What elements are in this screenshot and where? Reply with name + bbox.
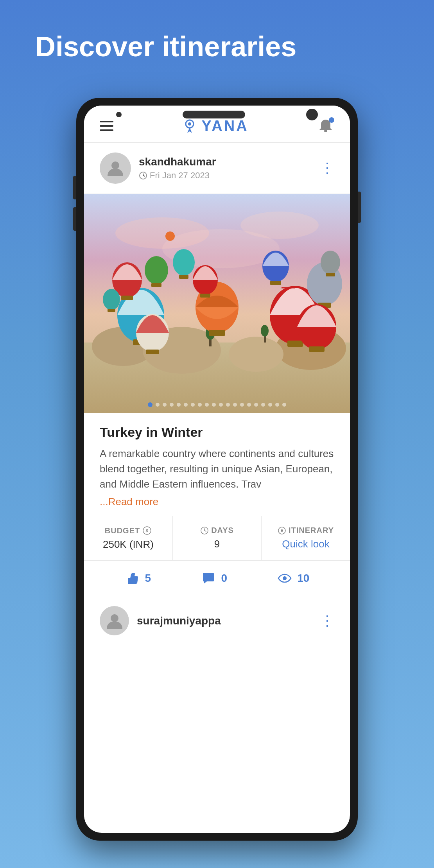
post-image [84,194,350,413]
budget-value: 250K (INR) [103,538,154,551]
dot-12 [226,403,230,407]
next-avatar [100,606,129,635]
svg-point-42 [103,289,120,310]
clock-stat-icon [200,526,209,535]
next-avatar-icon [105,611,124,631]
comment-icon [201,570,216,586]
next-more-options[interactable]: ⋮ [320,613,334,629]
svg-point-31 [145,256,168,284]
like-button[interactable]: 5 [125,570,151,586]
dot-2 [156,403,160,407]
svg-rect-47 [309,346,325,352]
svg-point-54 [111,614,118,622]
thumbs-up-icon [125,570,140,586]
svg-point-53 [283,576,287,580]
svg-rect-39 [200,294,210,298]
comment-button[interactable]: 0 [201,570,227,586]
post-description: A remarkable country where continents an… [100,446,334,492]
itinerary-label: ITINERARY [278,526,334,535]
money-icon: $ [142,526,152,535]
page-title: Discover itineraries [0,0,434,86]
dot-4 [170,403,174,407]
dot-5 [177,403,181,407]
image-carousel-dots [148,402,286,407]
itinerary-stat: ITINERARY Quick look [262,516,350,560]
views-count: 10 [297,572,309,585]
clock-icon [139,171,147,180]
likes-count: 5 [145,572,151,585]
notification-badge [329,117,334,123]
svg-point-33 [173,249,195,276]
post-title: Turkey in Winter [100,425,334,440]
sensor [306,109,318,120]
dot-9 [205,403,209,407]
dot-3 [163,403,167,407]
next-username: surajmuniyappa [137,615,221,627]
svg-rect-24 [287,341,303,347]
user-info: skandhakumar Fri Jan 27 2023 [100,152,216,184]
itinerary-quick-look[interactable]: Quick look [282,538,329,550]
budget-label: BUDGET $ [105,526,152,535]
speaker [183,111,245,118]
dot-10 [212,403,216,407]
stats-bar: BUDGET $ 250K (INR) DAYS [84,516,350,561]
post-header: skandhakumar Fri Jan 27 2023 ⋮ [84,143,350,194]
dot-18 [268,403,272,407]
dot-14 [240,403,244,407]
volume-up-button [73,176,76,199]
read-more-button[interactable]: ...Read more [100,496,158,508]
svg-rect-43 [108,309,115,312]
svg-rect-32 [151,283,161,287]
post-date: Fri Jan 27 2023 [139,170,216,181]
svg-point-40 [321,251,340,274]
power-button [358,192,361,223]
days-label: DAYS [200,526,234,535]
svg-rect-36 [270,281,281,285]
username: skandhakumar [139,156,216,168]
dot-6 [184,403,188,407]
svg-rect-34 [179,275,188,279]
dot-15 [247,403,251,407]
user-details: skandhakumar Fri Jan 27 2023 [139,156,216,181]
svg-text:$: $ [146,528,149,533]
svg-point-52 [281,529,283,532]
dot-20 [282,403,286,407]
next-post-preview: surajmuniyappa ⋮ [84,596,350,645]
date-text: Fri Jan 27 2023 [150,170,210,181]
engagement-bar: 5 0 10 [84,561,350,596]
post-content: Turkey in Winter A remarkable country wh… [84,413,350,516]
svg-rect-45 [146,350,159,354]
eye-icon [277,570,292,586]
phone-mockup: YANA [76,98,358,841]
svg-point-17 [261,325,269,337]
volume-down-button [73,207,76,231]
svg-rect-2 [324,130,327,132]
avatar-icon [106,158,125,178]
front-camera [116,112,122,117]
days-value: 9 [214,538,220,550]
dot-1 [148,402,152,407]
dot-17 [261,403,265,407]
comments-count: 0 [221,572,227,585]
dot-19 [275,403,279,407]
budget-stat: BUDGET $ 250K (INR) [84,516,173,560]
more-options-button[interactable]: ⋮ [320,161,334,175]
map-icon [278,526,286,535]
svg-rect-30 [121,296,133,300]
svg-point-3 [111,161,119,169]
days-stat: DAYS 9 [173,516,262,560]
balloon-scene-svg [84,194,350,413]
dot-16 [254,403,258,407]
dot-7 [191,403,195,407]
views-display: 10 [277,570,309,586]
dot-13 [233,403,237,407]
svg-rect-41 [326,273,335,276]
svg-point-13 [229,337,283,372]
avatar [100,152,131,184]
dot-11 [219,403,223,407]
phone-screen: YANA [84,106,350,833]
svg-point-37 [165,231,175,241]
dot-8 [198,403,202,407]
phone-notch [104,106,330,124]
